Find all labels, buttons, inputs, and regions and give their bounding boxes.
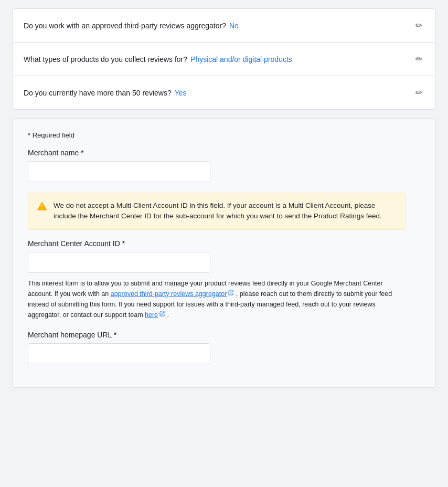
- merchant-homepage-url-label: Merchant homepage URL *: [28, 331, 420, 339]
- svg-text:!: !: [41, 204, 43, 210]
- merchant-account-id-field-group: Merchant Center Account ID * This intere…: [28, 239, 420, 320]
- external-link-icon-1: [228, 290, 234, 296]
- merchant-homepage-url-field-group: Merchant homepage URL *: [28, 331, 420, 364]
- aggregator-row-content: Do you work with an approved third-party…: [24, 22, 413, 30]
- reviews-count-edit-icon[interactable]: ✏: [413, 86, 424, 100]
- summary-section: Do you work with an approved third-party…: [13, 8, 435, 110]
- main-form-section: * Required field Merchant name * ! We do…: [13, 118, 435, 388]
- aggregator-answer: No: [229, 22, 239, 30]
- merchant-homepage-url-input[interactable]: [28, 343, 210, 364]
- warning-icon: !: [37, 201, 47, 211]
- products-row-content: What types of products do you collect re…: [24, 55, 413, 63]
- merchant-account-id-input[interactable]: [28, 252, 210, 273]
- aggregator-edit-icon[interactable]: ✏: [413, 18, 424, 33]
- aggregator-question: Do you work with an approved third-party…: [24, 22, 226, 30]
- warning-text: We do not accept a Multi Client Account …: [54, 200, 397, 222]
- external-link-icon-2: [159, 311, 165, 317]
- required-note: * Required field: [28, 131, 420, 139]
- products-answer: Physical and/or digital products: [190, 55, 292, 63]
- aggregator-summary-row: Do you work with an approved third-party…: [13, 9, 435, 43]
- reviews-count-answer: Yes: [175, 89, 187, 97]
- helper-text: This interest form is to allow you to su…: [28, 278, 406, 320]
- merchant-account-id-label: Merchant Center Account ID *: [28, 239, 420, 248]
- merchant-name-field-group: Merchant name *: [28, 149, 420, 182]
- approved-aggregator-link[interactable]: approved third-party reviews aggregator: [111, 290, 234, 298]
- products-summary-row: What types of products do you collect re…: [13, 43, 435, 76]
- here-link[interactable]: here: [145, 311, 165, 319]
- reviews-count-row-content: Do you currently have more than 50 revie…: [24, 89, 413, 97]
- helper-text-part3: .: [165, 311, 169, 319]
- merchant-name-input[interactable]: [28, 161, 210, 182]
- merchant-name-label: Merchant name *: [28, 149, 420, 157]
- products-question: What types of products do you collect re…: [24, 55, 187, 63]
- warning-box: ! We do not accept a Multi Client Accoun…: [28, 193, 406, 230]
- products-edit-icon[interactable]: ✏: [413, 52, 424, 66]
- reviews-count-question: Do you currently have more than 50 revie…: [24, 89, 172, 97]
- reviews-count-summary-row: Do you currently have more than 50 revie…: [13, 76, 435, 109]
